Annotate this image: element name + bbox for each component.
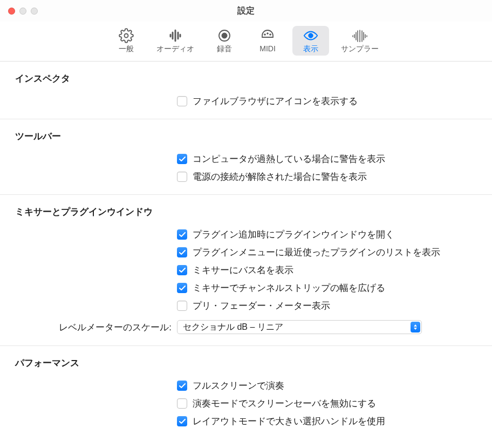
checkbox-fullscreen[interactable] [177, 381, 187, 391]
record-icon [216, 29, 233, 43]
select-level-scale[interactable]: セクショナル dB – リニア [177, 320, 422, 334]
tab-general[interactable]: 一般 [108, 26, 145, 56]
row-wide-strips: ミキサーでチャンネルストリップの幅を広げる [0, 279, 492, 297]
tab-sampler[interactable]: サンプラー [336, 26, 384, 56]
section-title-inspector: インスペクタ [0, 72, 492, 85]
row-show-icons: ファイルブラウザにアイコンを表示する [0, 92, 492, 110]
section-title-toolbar: ツールバー [0, 130, 492, 142]
section-toolbar: ツールバー コンピュータが過熱している場合に警告を表示 電源の接続が解除された場… [0, 119, 492, 195]
row-screensaver: 演奏モードでスクリーンセーバを無効にする [0, 395, 492, 412]
preferences-content: インスペクタ ファイルブラウザにアイコンを表示する ツールバー コンピュータが過… [0, 62, 492, 448]
label-wide-strips: ミキサーでチャンネルストリップの幅を広げる [193, 282, 385, 294]
label-overheat-warning: コンピュータが過熱している場合に警告を表示 [193, 153, 385, 165]
label-level-scale: レベルメーターのスケール: [0, 321, 177, 334]
tab-label: 録音 [217, 44, 232, 54]
checkbox-bus-names[interactable] [177, 265, 187, 275]
window-title: 設定 [237, 5, 255, 17]
tab-label: オーディオ [156, 44, 194, 54]
tab-label: 一般 [119, 44, 134, 54]
checkbox-recent-plugins[interactable] [177, 247, 187, 257]
section-title-performance: パフォーマンス [0, 357, 492, 369]
minimize-window-button[interactable] [19, 8, 26, 15]
audio-waveform-icon [167, 29, 183, 43]
svg-rect-0 [170, 34, 171, 37]
select-stepper-icon [411, 322, 420, 332]
svg-point-8 [267, 33, 269, 35]
eye-icon [303, 29, 319, 43]
section-title-mixer: ミキサーとプラグインウインドウ [0, 206, 492, 218]
section-inspector: インスペクタ ファイルブラウザにアイコンを表示する [0, 62, 492, 119]
checkbox-pre-fader[interactable] [177, 301, 187, 311]
section-mixer: ミキサーとプラグインウインドウ プラグイン追加時にプラグインウインドウを開く プ… [0, 195, 492, 346]
svg-point-7 [264, 34, 266, 36]
label-recent-plugins: プラグインメニューに最近使ったプラグインのリストを表示 [193, 246, 440, 259]
row-bus-names: ミキサーにバス名を表示 [0, 261, 492, 279]
row-large-handles: レイアウトモードで大きい選択ハンドルを使用 [0, 412, 492, 430]
midi-port-icon [259, 29, 276, 43]
checkbox-screensaver[interactable] [177, 398, 187, 409]
label-fullscreen: フルスクリーンで演奏 [193, 379, 284, 392]
checkbox-overheat-warning[interactable] [177, 154, 187, 164]
row-fullscreen: フルスクリーンで演奏 [0, 377, 492, 395]
tab-midi[interactable]: MIDI [249, 26, 286, 56]
select-level-scale-value: セクショナル dB – リニア [183, 322, 283, 333]
sampler-waveform-icon [352, 29, 368, 43]
zoom-window-button[interactable] [31, 8, 38, 15]
svg-rect-2 [175, 30, 176, 42]
label-screensaver: 演奏モードでスクリーンセーバを無効にする [193, 397, 376, 410]
label-power-warning: 電源の接続が解除された場合に警告を表示 [193, 171, 367, 183]
row-open-plugin: プラグイン追加時にプラグインウインドウを開く [0, 226, 492, 243]
section-performance: パフォーマンス フルスクリーンで演奏 演奏モードでスクリーンセーバを無効にする … [0, 346, 492, 439]
tab-audio[interactable]: オーディオ [151, 26, 200, 56]
tab-label: MIDI [259, 44, 276, 53]
row-overheat-warning: コンピュータが過熱している場合に警告を表示 [0, 150, 492, 168]
checkbox-power-warning[interactable] [177, 172, 187, 182]
row-level-scale: レベルメーターのスケール: セクショナル dB – リニア [0, 315, 492, 337]
checkbox-large-handles[interactable] [177, 416, 187, 426]
checkbox-show-icons[interactable] [177, 96, 187, 106]
row-power-warning: 電源の接続が解除された場合に警告を表示 [0, 168, 492, 186]
tab-recording[interactable]: 録音 [206, 26, 243, 56]
svg-point-9 [270, 34, 271, 36]
row-recent-plugins: プラグインメニューに最近使ったプラグインのリストを表示 [0, 243, 492, 261]
svg-rect-3 [177, 32, 179, 39]
svg-point-6 [222, 33, 227, 38]
label-bus-names: ミキサーにバス名を表示 [193, 264, 293, 276]
preferences-toolbar: 一般 オーディオ 録音 MIDI 表示 サンプラー [0, 22, 492, 62]
tab-label: 表示 [303, 44, 318, 54]
tab-label: サンプラー [341, 44, 379, 54]
label-open-plugin: プラグイン追加時にプラグインウインドウを開く [193, 228, 394, 241]
titlebar: 設定 [0, 0, 492, 22]
tab-display[interactable]: 表示 [292, 26, 329, 56]
svg-point-10 [309, 33, 313, 38]
checkbox-open-plugin[interactable] [177, 229, 187, 240]
svg-rect-4 [180, 34, 181, 37]
gear-icon [118, 29, 134, 43]
row-pre-fader: プリ・フェーダー・メーター表示 [0, 297, 492, 315]
svg-rect-1 [172, 32, 173, 39]
label-large-handles: レイアウトモードで大きい選択ハンドルを使用 [193, 415, 385, 427]
close-window-button[interactable] [8, 8, 15, 15]
traffic-lights [0, 8, 38, 15]
label-pre-fader: プリ・フェーダー・メーター表示 [193, 300, 330, 312]
checkbox-wide-strips[interactable] [177, 283, 187, 293]
label-show-icons: ファイルブラウザにアイコンを表示する [193, 95, 358, 107]
